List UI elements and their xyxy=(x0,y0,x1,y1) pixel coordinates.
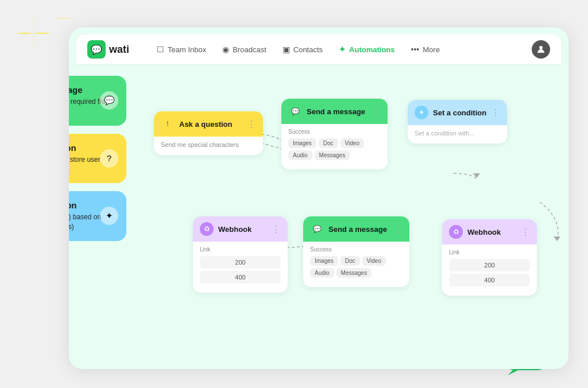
webhook-2-field-200: 200 xyxy=(449,259,530,271)
webhook-1-node-icon: ♻ xyxy=(200,222,214,236)
sidebar-cards: Send a message With no response required… xyxy=(69,76,126,241)
contacts-icon: ▣ xyxy=(283,45,290,54)
sidebar-set-condition-icon: ✦ xyxy=(100,207,118,225)
send-message-1-node-icon: 💬 xyxy=(288,104,302,118)
svg-marker-7 xyxy=(554,236,560,241)
webhook-2-node-icon: ♻ xyxy=(449,225,463,239)
webhook-node-2[interactable]: ♻ Webhook ⋮ Link 200 400 xyxy=(442,219,537,296)
send-message-2-tags-2: Audio Messages xyxy=(310,268,403,278)
webhook-1-node-title: Webhook xyxy=(218,225,267,234)
tag-messages: Messages xyxy=(315,150,350,160)
ask-question-node-body: Send me special characters xyxy=(161,141,256,148)
nav-items: ☐ Team Inbox ◉ Broadcast ▣ Contacts ✦ Au… xyxy=(150,41,518,57)
webhook-1-field-400: 400 xyxy=(200,271,281,284)
tag-audio-2: Audio xyxy=(310,268,334,278)
ask-question-node[interactable]: ! Ask a question ⋮ Send me special chara… xyxy=(154,111,263,155)
svg-marker-1 xyxy=(508,368,521,375)
set-condition-body: Set a condition with... xyxy=(415,130,500,137)
nav-item-contacts[interactable]: ▣ Contacts xyxy=(276,41,330,57)
nav-item-broadcast[interactable]: ◉ Broadcast xyxy=(215,41,273,57)
send-message-1-label: Success xyxy=(288,129,381,135)
set-condition-node-title: Set a condition xyxy=(433,108,486,117)
tag-doc: Doc xyxy=(319,138,338,148)
broadcast-icon: ◉ xyxy=(222,45,229,54)
send-message-2-label: Success xyxy=(310,246,403,253)
tag-video-2: Video xyxy=(362,256,386,266)
webhook-1-node-menu[interactable]: ⋮ xyxy=(272,224,281,235)
logo-icon: 💬 xyxy=(87,40,106,59)
nav-item-automations[interactable]: ✦ Automations xyxy=(332,41,401,57)
set-condition-node-icon: ✦ xyxy=(415,106,428,119)
sparkle-yellow-sm-icon xyxy=(55,10,71,26)
nav-item-more[interactable]: ••• More xyxy=(404,41,447,57)
sidebar-send-message-icon: 💬 xyxy=(100,91,118,110)
send-message-2-node-icon: 💬 xyxy=(310,222,324,236)
webhook-2-label: Link xyxy=(449,249,530,255)
send-message-node-2[interactable]: 💬 Send a message ⋮ Success Images Doc Vi… xyxy=(303,216,409,287)
webhook-2-field-400: 400 xyxy=(449,274,530,286)
send-message-2-node-menu[interactable]: ⋮ xyxy=(393,224,403,235)
send-message-1-tags: Images Doc Video xyxy=(288,138,381,148)
nav-item-automations-label: Automations xyxy=(349,45,394,54)
logo-area: 💬 wati xyxy=(87,40,129,59)
automations-icon: ✦ xyxy=(339,45,346,54)
team-inbox-icon: ☐ xyxy=(157,45,164,54)
tag-video: Video xyxy=(341,138,364,148)
send-message-1-node-menu[interactable]: ⋮ xyxy=(372,106,381,117)
tag-images-2: Images xyxy=(310,256,338,266)
logo-text: wati xyxy=(109,44,129,56)
nav-item-contacts-label: Contacts xyxy=(293,45,323,54)
canvas-area: Send a message With no response required… xyxy=(69,64,568,362)
tag-audio: Audio xyxy=(288,150,312,160)
user-avatar[interactable] xyxy=(532,40,550,59)
nav-bar: 💬 wati ☐ Team Inbox ◉ Broadcast ▣ Contac… xyxy=(76,34,562,64)
send-message-1-tags-2: Audio Messages xyxy=(288,150,381,160)
webhook-2-node-title: Webhook xyxy=(467,228,516,236)
sidebar-ask-question-card[interactable]: Ask a question Ask question and store us… xyxy=(69,134,126,184)
send-message-node-1[interactable]: 💬 Send a message ⋮ Success Images Doc Vi… xyxy=(281,99,388,169)
sidebar-send-message-card[interactable]: Send a message With no response required… xyxy=(69,76,126,126)
nav-item-more-label: More xyxy=(423,45,440,54)
nav-item-team-inbox[interactable]: ☐ Team Inbox xyxy=(150,41,213,57)
webhook-2-node-menu[interactable]: ⋮ xyxy=(521,227,530,238)
ask-question-node-title: Ask a question xyxy=(179,120,242,129)
sidebar-ask-question-icon: ? xyxy=(100,149,118,168)
nav-item-broadcast-label: Broadcast xyxy=(233,45,266,54)
tag-doc-2: Doc xyxy=(341,256,360,266)
set-condition-node-menu[interactable]: ⋮ xyxy=(491,107,500,118)
ask-question-node-icon: ! xyxy=(161,117,175,131)
tag-images: Images xyxy=(288,138,316,148)
sidebar-set-condition-card[interactable]: Set a condition Send message (s) based o… xyxy=(69,191,126,241)
send-message-2-tags: Images Doc Video xyxy=(310,256,403,266)
nav-item-team-inbox-label: Team Inbox xyxy=(168,45,206,54)
svg-point-2 xyxy=(539,46,543,49)
send-message-2-node-title: Send a message xyxy=(328,225,389,234)
webhook-1-label: Link xyxy=(200,246,281,253)
more-icon: ••• xyxy=(411,45,420,54)
send-message-1-node-title: Send a message xyxy=(307,107,367,116)
set-condition-node[interactable]: ✦ Set a condition ⋮ Set a condition with… xyxy=(408,100,507,143)
sparkle-yellow-big-icon xyxy=(16,16,51,51)
browser-frame: 💬 wati ☐ Team Inbox ◉ Broadcast ▣ Contac… xyxy=(69,28,568,369)
tag-messages-2: Messages xyxy=(336,268,372,278)
webhook-1-field-200: 200 xyxy=(200,256,281,269)
svg-marker-4 xyxy=(473,173,480,178)
webhook-node-1[interactable]: ♻ Webhook ⋮ Link 200 400 xyxy=(193,216,288,293)
ask-question-node-menu[interactable]: ⋮ xyxy=(247,119,256,130)
